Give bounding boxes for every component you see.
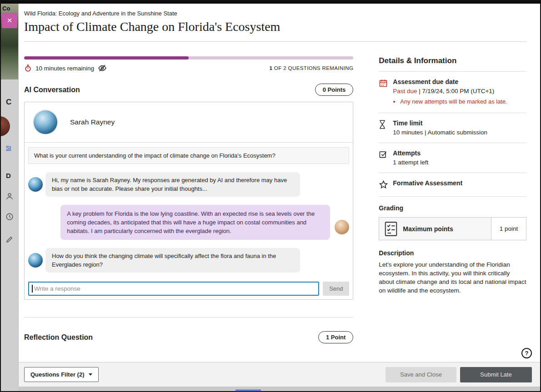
maximum-points-row: Maximum points 1 point [379, 217, 526, 240]
ai-conversation-header-row: AI Conversation 0 Points [24, 84, 353, 96]
time-limit-value: 10 minutes | Automatic submission [393, 129, 487, 136]
points-badge: 1 Point [318, 331, 353, 343]
late-warning-list: Any new attempts will be marked as late. [400, 98, 507, 106]
star-icon [379, 179, 389, 189]
hourglass-icon [379, 119, 389, 136]
ai-conversation-title: AI Conversation [24, 86, 80, 94]
description-text: Let's explore your understanding of the … [379, 260, 526, 295]
persona-avatar [34, 110, 57, 134]
question-column: 10 minutes remaining 1 OF 2 QUESTIONS RE… [24, 42, 353, 343]
save-and-close-button[interactable]: Save and Close [386, 367, 456, 382]
due-date-text: | 7/19/24, 5:00 PM (UTC+1) [417, 88, 495, 94]
user-avatar [335, 220, 349, 234]
send-button[interactable]: Send [323, 282, 349, 296]
assessment-type-section: Formative Assessment [379, 173, 526, 197]
eye-off-icon[interactable] [98, 64, 107, 73]
background-link-fragment [235, 387, 261, 391]
maximum-points-cell: Maximum points [379, 218, 491, 240]
reflection-header-row: Reflection Question 1 Point [24, 331, 353, 343]
questions-filter-label: Questions Filter (2) [30, 371, 84, 378]
timer-progress-bar [24, 56, 353, 60]
pencil-icon [5, 235, 14, 243]
ai-message-bubble: How do you think the changing climate wi… [45, 248, 300, 273]
ai-conversation-card: Sarah Rayney What is your current unders… [24, 102, 353, 300]
assessment-panel: Wild Florida: Ecology and Adventure in t… [18, 4, 541, 387]
assessment-type-content: Formative Assessment [393, 179, 462, 189]
due-date-value: Past due | 7/19/24, 5:00 PM (UTC+1) [393, 88, 507, 94]
help-button[interactable]: ? [521, 348, 532, 358]
panel-header: Wild Florida: Ecology and Adventure in t… [19, 4, 541, 34]
user-message-bubble: A key problem for Florida is the low lyi… [60, 205, 330, 240]
time-limit-content: Time limit 10 minutes | Automatic submis… [393, 119, 487, 136]
background-text-fragment: Co [2, 5, 10, 12]
content-area: 10 minutes remaining 1 OF 2 QUESTIONS RE… [19, 42, 541, 343]
response-input-row: Send [28, 282, 349, 296]
submit-late-button[interactable]: Submit Late [460, 367, 532, 382]
time-limit-label: Time limit [393, 119, 487, 127]
attempts-section: Attempts 1 attempt left [379, 143, 526, 173]
calendar-icon [379, 78, 389, 106]
late-warning: Any new attempts will be marked as late. [400, 98, 507, 106]
grading-heading: Grading [379, 204, 526, 212]
due-date-content: Assessment due date Past due | 7/19/24, … [393, 78, 507, 106]
time-remaining: 10 minutes remaining [24, 64, 107, 73]
checklist-icon [385, 222, 397, 236]
background-link-text-fragment: St [6, 145, 11, 151]
person-icon [5, 192, 14, 200]
timer-progress-fill [24, 56, 189, 60]
time-remaining-label: 10 minutes remaining [35, 65, 94, 72]
past-due-status: Past due [393, 88, 417, 94]
ai-avatar [28, 253, 43, 268]
background-page-strip: Co C St D [0, 4, 18, 392]
ai-message-row: Hi, my name is Sarah Rayney. My response… [28, 172, 349, 197]
time-limit-section: Time limit 10 minutes | Automatic submis… [379, 113, 526, 143]
due-date-section: Assessment due date Past due | 7/19/24, … [379, 72, 526, 113]
section-divider [24, 317, 353, 318]
questions-remaining-text: OF 2 QUESTIONS REMAINING [272, 65, 353, 71]
timer-icon [24, 64, 32, 72]
due-date-label: Assessment due date [393, 78, 507, 85]
user-message-row: A key problem for Florida is the low lyi… [28, 205, 349, 240]
page-title: Impact of Climate Change on Florida's Ec… [24, 20, 526, 34]
attempts-label: Attempts [393, 149, 428, 157]
ai-message-bubble: Hi, my name is Sarah Rayney. My response… [45, 172, 300, 197]
close-icon: × [7, 15, 12, 25]
ai-message-row: How do you think the changing climate wi… [28, 248, 349, 273]
question-mark-icon: ? [525, 350, 529, 357]
checkbox-check-icon [379, 149, 389, 166]
status-row: 10 minutes remaining 1 OF 2 QUESTIONS RE… [24, 64, 353, 73]
ai-avatar [28, 177, 43, 192]
top-black-bar [0, 0, 541, 4]
conversation-prompt: What is your current understanding of th… [28, 147, 349, 164]
background-heading-fragment: C [6, 98, 11, 107]
close-button[interactable]: × [2, 13, 17, 28]
course-title-breadcrumb: Wild Florida: Ecology and Adventure in t… [24, 10, 526, 17]
chevron-down-icon [89, 373, 92, 376]
maximum-points-value: 1 point [491, 218, 526, 240]
response-input[interactable] [28, 282, 319, 296]
conversation-body: What is your current understanding of th… [25, 143, 353, 299]
assessment-type-label: Formative Assessment [393, 179, 462, 187]
persona-name: Sarah Rayney [70, 118, 115, 126]
clock-icon [5, 213, 14, 221]
details-heading: Details & Information [379, 56, 526, 72]
background-heading-fragment: D [6, 172, 11, 179]
attempts-content: Attempts 1 attempt left [393, 149, 428, 166]
text-cursor [32, 285, 33, 293]
questions-remaining: 1 OF 2 QUESTIONS REMAINING [269, 65, 353, 71]
details-sidebar: Details & Information Assessment due dat… [379, 42, 526, 343]
persona-header: Sarah Rayney [25, 102, 353, 143]
reflection-question-title: Reflection Question [24, 333, 93, 342]
questions-filter-button[interactable]: Questions Filter (2) [24, 367, 99, 382]
description-heading: Description [379, 249, 526, 257]
footer-bar: Questions Filter (2) Save and Close Subm… [19, 362, 541, 387]
background-avatar-fragment [0, 116, 10, 136]
attempts-value: 1 attempt left [393, 159, 428, 166]
response-input-wrap [28, 282, 319, 296]
points-badge: 0 Points [315, 84, 354, 96]
maximum-points-label: Maximum points [403, 225, 453, 233]
